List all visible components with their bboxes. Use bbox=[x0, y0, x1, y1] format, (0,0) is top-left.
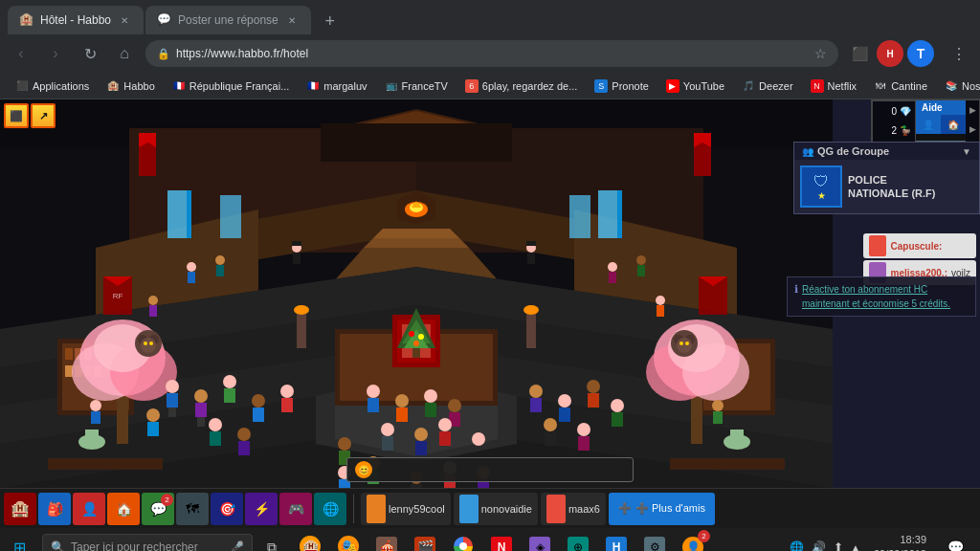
home-button[interactable]: ⌂ bbox=[111, 40, 138, 67]
svg-point-116 bbox=[529, 385, 543, 398]
new-tab-button[interactable]: + bbox=[317, 8, 344, 34]
taskbar-app-habbo-h[interactable]: H bbox=[597, 528, 635, 551]
icon-habbo-app8[interactable]: ⚡ bbox=[245, 493, 278, 525]
bookmark-nosdevoirs[interactable]: 📚 Nosdevoirs.fr - Un a... bbox=[937, 77, 980, 95]
svg-rect-119 bbox=[559, 408, 570, 422]
friend-item-lenny[interactable]: lenny59cool bbox=[361, 493, 451, 525]
aide-button[interactable]: Aide bbox=[916, 100, 966, 115]
duck-icon: 🦆 bbox=[900, 125, 911, 136]
taskbar-app-chrome[interactable] bbox=[444, 528, 482, 551]
camera-button[interactable]: ⬛ bbox=[4, 103, 29, 128]
icon-habbo-app4[interactable]: 🏠 bbox=[107, 493, 140, 525]
tray-expand-icon[interactable]: ▲ bbox=[849, 540, 862, 552]
bookmark-icon-nosdevoirs: 📚 bbox=[945, 79, 958, 93]
bookmark-deezer[interactable]: 🎵 Deezer bbox=[734, 77, 800, 95]
bookmark-6play[interactable]: 6 6play, regardez de... bbox=[457, 77, 585, 95]
game-nav-icons: 🏨 🎒 👤 🏠 💬 2 🗺 🎯 ⚡ 🎮 🌐 bbox=[4, 493, 346, 525]
bookmark-margaluv[interactable]: 🇫🇷 margaluv bbox=[299, 77, 374, 95]
tab-poster-reponse[interactable]: 💬 Poster une réponse ✕ bbox=[145, 6, 311, 34]
icon-habbo-app6[interactable]: 🗺 bbox=[176, 493, 209, 525]
svg-rect-76 bbox=[526, 310, 536, 348]
svg-rect-91 bbox=[281, 398, 293, 412]
icon-habbo-app5[interactable]: 💬 2 bbox=[142, 493, 174, 525]
svg-point-92 bbox=[146, 408, 160, 422]
icon-habbo-app2[interactable]: 🎒 bbox=[38, 493, 71, 525]
bookmark-habbo[interactable]: 🏨 Habbo bbox=[99, 77, 162, 95]
icon-habbo-app7[interactable]: 🎯 bbox=[211, 493, 243, 525]
icon-habbo-app1[interactable]: 🏨 bbox=[4, 493, 36, 525]
search-bar[interactable]: 🔍 Taper ici pour rechercher 🎤 bbox=[42, 534, 253, 551]
game-viewport[interactable]: RF ⬛ ↗ 0 💎 2 🦆 bbox=[0, 99, 980, 488]
habbo-extension-icon[interactable]: H bbox=[877, 40, 903, 67]
bookmark-francetv[interactable]: 📺 FranceTV bbox=[377, 77, 456, 95]
svg-rect-93 bbox=[147, 422, 159, 436]
room-hud-button[interactable]: 🏠 bbox=[941, 115, 966, 134]
taskbar-app-unknown2[interactable]: ⊕ bbox=[559, 528, 597, 551]
friends-list: lenny59cool nonovaidie maax6 ➕ ➕ Plus d'… bbox=[361, 493, 715, 525]
taskbar-app-habbo4[interactable]: 🎬 bbox=[406, 528, 444, 551]
tab-title-hotel: Hôtel - Habbo bbox=[40, 13, 111, 27]
promo-link[interactable]: Réactive ton abonnement HC maintenant et… bbox=[802, 284, 950, 309]
network-icon[interactable]: 🌐 bbox=[788, 539, 806, 551]
bookmark-star-icon[interactable]: ☆ bbox=[814, 46, 827, 61]
bookmark-label-habbo: Habbo bbox=[123, 80, 154, 92]
avatar-hud-button[interactable]: 👤 bbox=[916, 115, 941, 134]
svg-rect-79 bbox=[167, 393, 178, 408]
notification-center-button[interactable]: 💬 bbox=[938, 528, 972, 551]
group-expand-icon[interactable]: ▼ bbox=[962, 146, 971, 157]
police-badge[interactable]: 🛡 ★ bbox=[800, 165, 842, 208]
bookmark-netflix[interactable]: N Netflix bbox=[803, 77, 865, 95]
start-button[interactable]: ⊞ bbox=[0, 528, 38, 551]
currency-detail-2[interactable]: ▶ bbox=[966, 120, 979, 139]
currency-detail-1[interactable]: ▶ bbox=[966, 100, 979, 120]
friend-item-maax[interactable]: maax6 bbox=[541, 493, 606, 525]
svg-rect-81 bbox=[172, 408, 176, 417]
taskbar-app-netflix[interactable]: N bbox=[482, 528, 521, 551]
svg-point-82 bbox=[194, 389, 208, 403]
chat-face-button[interactable]: 😊 bbox=[355, 461, 372, 478]
svg-rect-8 bbox=[321, 123, 512, 162]
bookmark-pronote[interactable]: S Pronote bbox=[587, 77, 657, 95]
menu-button[interactable]: ⋮ bbox=[946, 40, 972, 67]
zoom-button[interactable]: ↗ bbox=[31, 103, 56, 128]
bookmarks-bar: ⬛ Applications 🏨 Habbo 🇫🇷 République Fra… bbox=[0, 73, 980, 99]
bookmark-republique[interactable]: 🇫🇷 République Françai... bbox=[165, 77, 298, 95]
taskbar-app-unknown1[interactable]: ◈ bbox=[521, 528, 559, 551]
svg-point-124 bbox=[544, 418, 557, 431]
tab-hotel-habbo[interactable]: 🏨 Hôtel - Habbo ✕ bbox=[8, 6, 144, 34]
tab-close-poster[interactable]: ✕ bbox=[284, 12, 300, 28]
svg-point-110 bbox=[438, 418, 452, 431]
svg-point-171 bbox=[685, 342, 689, 345]
taskbar-app-habbo2[interactable]: 🎭 bbox=[329, 528, 368, 551]
task-view-button[interactable]: ⧉ bbox=[253, 528, 291, 551]
forward-button[interactable]: › bbox=[42, 40, 69, 67]
url-bar[interactable]: 🔒 https://www.habbo.fr/hotel ☆ bbox=[145, 40, 838, 67]
svg-point-140 bbox=[215, 255, 225, 265]
bookmark-youtube[interactable]: ▶ YouTube bbox=[658, 77, 732, 95]
battery-icon[interactable]: ⬆ bbox=[832, 539, 845, 551]
extensions-icon[interactable]: ⬛ bbox=[846, 40, 873, 67]
taskbar-app-settings[interactable]: ⚙ bbox=[635, 528, 674, 551]
taskbar-app-avatar[interactable]: 👤 2 bbox=[674, 528, 712, 551]
taskbar-app-habbo3[interactable]: 🎪 bbox=[368, 528, 406, 551]
icon-habbo-app3[interactable]: 👤 bbox=[73, 493, 105, 525]
icon-habbo-app9[interactable]: 🎮 bbox=[279, 493, 312, 525]
bookmark-cantine[interactable]: 🍽 Cantine bbox=[866, 77, 935, 95]
friend-item-nono[interactable]: nonovaidie bbox=[454, 493, 538, 525]
icon-habbo-app10[interactable]: 🌐 bbox=[314, 493, 346, 525]
system-clock[interactable]: 18:39 29/09/2018 bbox=[866, 533, 934, 551]
tab-close-hotel[interactable]: ✕ bbox=[117, 12, 132, 28]
reload-button[interactable]: ↻ bbox=[77, 40, 103, 67]
profile-t-icon[interactable]: T bbox=[907, 40, 934, 67]
taskbar-app-habbo1[interactable]: 🏨 bbox=[291, 528, 329, 551]
bookmark-icon-margaluv: 🇫🇷 bbox=[306, 79, 320, 93]
add-friends-button[interactable]: ➕ ➕ Plus d'amis bbox=[609, 493, 715, 525]
app-icon-habbo3: 🎪 bbox=[376, 537, 397, 551]
svg-rect-99 bbox=[368, 398, 379, 412]
chat-input-field[interactable] bbox=[378, 463, 625, 476]
add-friends-label: ➕ Plus d'amis bbox=[635, 502, 705, 515]
svg-rect-150 bbox=[527, 253, 535, 264]
back-button[interactable]: ‹ bbox=[8, 40, 34, 67]
volume-icon[interactable]: 🔊 bbox=[810, 539, 828, 551]
bookmark-applications[interactable]: ⬛ Applications bbox=[8, 77, 97, 95]
